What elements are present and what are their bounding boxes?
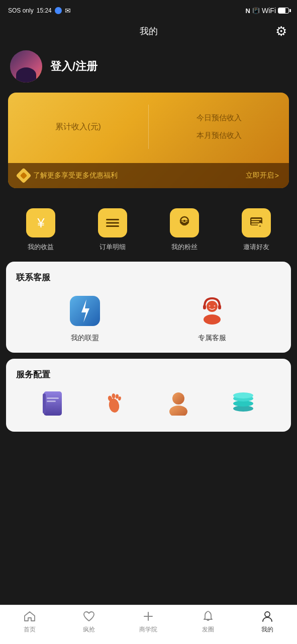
svg-rect-9 <box>251 221 259 223</box>
footprint-item[interactable] <box>105 390 125 417</box>
promo-text: 了解更多享受更多优惠福利 <box>33 171 118 180</box>
battery-icon <box>278 8 289 14</box>
svg-point-31 <box>169 406 187 416</box>
svg-point-20 <box>214 305 216 307</box>
income-card-body: 累计收入(元) 今日预估收入 本月预估收入 <box>8 93 289 163</box>
fans-icon <box>170 208 199 237</box>
svg-rect-8 <box>251 219 261 220</box>
svg-rect-2 <box>106 222 119 224</box>
page-header: 我的 <box>0 20 297 42</box>
svg-rect-3 <box>106 225 119 227</box>
svg-rect-1 <box>106 219 119 220</box>
cumulative-income: 累计收入(元) <box>18 105 149 149</box>
svg-point-15 <box>207 301 218 312</box>
order-details-item[interactable]: 订单明细 <box>92 208 133 252</box>
alliance-icon-wrap <box>67 293 103 329</box>
svg-point-35 <box>233 392 253 398</box>
status-right: N 📳 WiFi <box>246 7 289 15</box>
promo-btn-label: 立即开启 <box>246 171 274 180</box>
svg-rect-17 <box>218 305 221 309</box>
stack-item[interactable] <box>231 390 255 417</box>
mail-icon: ✉ <box>65 7 71 15</box>
customer-service-item[interactable]: 专属客服 <box>187 293 237 343</box>
circle-dot-icon <box>55 7 62 14</box>
home-label: 首页 <box>24 625 36 634</box>
customer-label: 专属客服 <box>198 334 226 343</box>
mine-label: 我的 <box>261 625 273 634</box>
svg-point-18 <box>204 314 221 325</box>
academy-label: 商学院 <box>139 625 157 634</box>
svg-point-5 <box>182 220 183 221</box>
person-item[interactable] <box>167 390 190 417</box>
order-label: 订单明细 <box>100 243 126 252</box>
login-label[interactable]: 登入/注册 <box>50 59 97 74</box>
customer-icon-wrap <box>194 293 230 329</box>
today-income-label: 今日预估收入 <box>196 113 242 123</box>
order-icon <box>98 208 127 237</box>
invite-friends-item[interactable]: + 邀请好友 <box>236 208 276 252</box>
nav-flash-sale[interactable]: 疯抢 <box>69 609 109 634</box>
home-icon <box>23 609 37 623</box>
invite-icon: + <box>242 208 271 237</box>
nav-home[interactable]: 首页 <box>10 609 50 634</box>
bell-icon <box>201 609 215 623</box>
my-earnings-item[interactable]: ¥ 我的收益 <box>21 208 61 252</box>
nav-mine[interactable]: 我的 <box>247 609 287 634</box>
nfc-icon: N <box>246 7 250 15</box>
promo-btn-arrow: > <box>275 172 279 180</box>
promo-left: 了解更多享受更多优惠福利 <box>18 170 118 181</box>
svg-rect-24 <box>47 400 56 402</box>
notebook-item[interactable] <box>42 390 64 417</box>
svg-point-30 <box>172 392 184 405</box>
my-fans-item[interactable]: 我的粉丝 <box>164 208 205 252</box>
svg-rect-23 <box>47 397 59 399</box>
svg-point-6 <box>185 220 186 221</box>
svg-rect-16 <box>203 305 206 309</box>
service-icons-row <box>16 390 281 422</box>
sos-text: SOS only <box>8 7 34 14</box>
nav-academy[interactable]: 商学院 <box>128 609 168 634</box>
income-right: 今日预估收入 本月预估收入 <box>149 105 279 149</box>
user-section[interactable]: 登入/注册 <box>0 42 297 93</box>
cumulative-label: 累计收入(元) <box>55 122 101 132</box>
earnings-label: 我的收益 <box>28 243 54 252</box>
wifi-icon: WiFi <box>262 7 276 15</box>
circle-label: 发圈 <box>202 625 214 634</box>
quick-access-grid: ¥ 我的收益 订单明细 <box>0 196 297 262</box>
contact-section: 联系客服 <box>6 262 291 353</box>
month-income-label: 本月预估收入 <box>196 131 242 140</box>
svg-point-27 <box>112 393 116 399</box>
page-title: 我的 <box>140 25 158 37</box>
svg-rect-22 <box>43 393 46 414</box>
heart-icon <box>82 609 96 623</box>
contact-grid: 我的联盟 <box>16 293 281 343</box>
invite-label: 邀请好友 <box>243 243 269 252</box>
service-config-title: 服务配置 <box>16 369 281 380</box>
svg-rect-21 <box>44 391 62 416</box>
alliance-item[interactable]: 我的联盟 <box>60 293 110 343</box>
avatar[interactable] <box>10 50 42 83</box>
earnings-icon: ¥ <box>26 208 55 237</box>
plus-icon <box>141 609 155 623</box>
diamond-icon <box>16 168 31 183</box>
svg-text:+: + <box>259 224 261 228</box>
alliance-label: 我的联盟 <box>71 334 99 343</box>
svg-point-36 <box>265 612 270 617</box>
settings-button[interactable] <box>275 24 287 39</box>
person-nav-icon <box>260 609 274 623</box>
flash-sale-label: 疯抢 <box>83 625 95 634</box>
status-left: SOS only 15:24 ✉ <box>8 7 71 15</box>
fans-label: 我的粉丝 <box>171 243 197 252</box>
svg-point-19 <box>209 305 211 307</box>
promo-button[interactable]: 立即开启 > <box>246 171 279 180</box>
income-card: 累计收入(元) 今日预估收入 本月预估收入 了解更多享受更多优惠福利 立即开启 … <box>8 93 289 188</box>
status-bar: SOS only 15:24 ✉ N 📳 WiFi <box>0 0 297 20</box>
nav-circle[interactable]: 发圈 <box>188 609 228 634</box>
time-text: 15:24 <box>37 7 52 14</box>
contact-title: 联系客服 <box>16 272 281 283</box>
service-config-section: 服务配置 <box>6 359 291 432</box>
bottom-nav: 首页 疯抢 商学院 发圈 <box>0 605 297 644</box>
vibrate-icon: 📳 <box>252 7 260 14</box>
income-promo-footer[interactable]: 了解更多享受更多优惠福利 立即开启 > <box>8 163 289 188</box>
